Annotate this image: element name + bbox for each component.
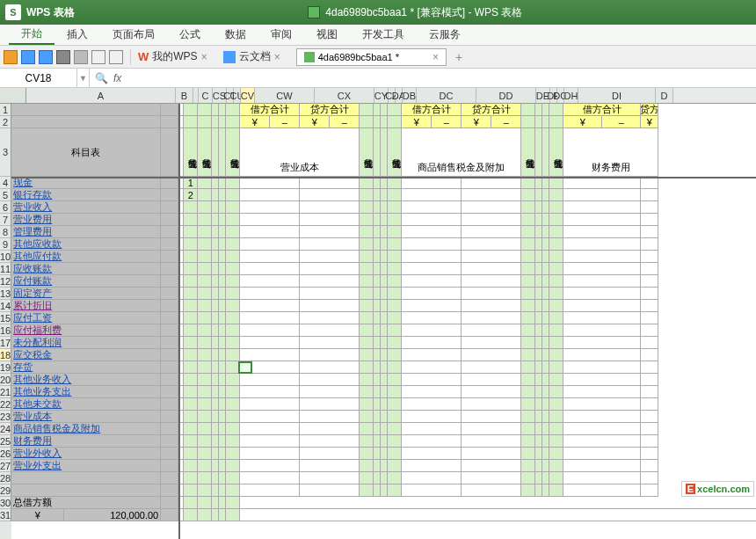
name-box-dropdown[interactable]: ▼ — [77, 69, 90, 87]
account-23[interactable]: 营业成本 — [11, 411, 161, 423]
account-21[interactable]: 其他业务支出 — [11, 386, 161, 398]
col-header-DC[interactable]: DC — [417, 88, 476, 103]
cloud-close[interactable]: × — [274, 51, 280, 63]
row-header-30[interactable]: 30 — [0, 497, 11, 509]
spreadsheet-grid[interactable]: ABCCSCTCUCVCWCXCYCZDADBDCDDDEDFDGDHDID 1… — [0, 88, 756, 539]
menu-tab-cloud[interactable]: 云服务 — [417, 25, 473, 45]
row-header-3[interactable]: 3 — [0, 128, 11, 177]
row-header-24[interactable]: 24 — [0, 423, 11, 435]
row-header-10[interactable]: 10 — [0, 251, 11, 263]
row-header-2[interactable]: 2 — [0, 116, 11, 128]
row-header-17[interactable]: 17 — [0, 337, 11, 349]
row-header-9[interactable]: 9 — [0, 238, 11, 251]
account-26[interactable]: 营业外收入 — [11, 448, 161, 460]
col-header-D[interactable]: D — [656, 88, 673, 103]
row-header-14[interactable]: 14 — [0, 300, 11, 312]
fx-icon[interactable]: fx — [113, 72, 121, 84]
row-header-7[interactable]: 7 — [0, 214, 11, 226]
row-header-26[interactable]: 26 — [0, 448, 11, 460]
col-header-B[interactable]: B — [176, 88, 193, 103]
redo-icon[interactable] — [109, 50, 123, 64]
undo-icon[interactable] — [91, 50, 105, 64]
open-icon[interactable] — [4, 50, 18, 64]
amount-yen[interactable]: ¥ — [11, 509, 64, 521]
cell-a1[interactable] — [11, 104, 161, 116]
row-header-1[interactable]: 1 — [0, 104, 11, 116]
debit-header-3[interactable]: 借方合计 — [563, 104, 641, 116]
row-header-11[interactable]: 11 — [0, 263, 11, 275]
debit-header-2[interactable]: 借方合计 — [402, 104, 462, 116]
account-24[interactable]: 商品销售税金及附加 — [11, 423, 161, 435]
row-header-23[interactable]: 23 — [0, 411, 11, 423]
row-header-20[interactable]: 20 — [0, 374, 11, 386]
my-wps-link[interactable]: 我的WPS — [152, 49, 197, 64]
account-15[interactable]: 应付工资 — [11, 312, 161, 324]
row-header-18[interactable]: 18 — [0, 349, 11, 361]
menu-tab-insert[interactable]: 插入 — [55, 25, 100, 45]
save-icon[interactable] — [21, 50, 35, 64]
debit-header-1[interactable]: 借方合计 — [240, 104, 300, 116]
account-5[interactable]: 银行存款 — [11, 189, 161, 201]
account-6[interactable]: 营业收入 — [11, 201, 161, 214]
account-19[interactable]: 存货 — [11, 361, 161, 374]
account-27[interactable]: 营业外支出 — [11, 460, 161, 472]
row-header-21[interactable]: 21 — [0, 386, 11, 398]
col-header-CV[interactable]: CV — [241, 88, 255, 103]
row-header-22[interactable]: 22 — [0, 398, 11, 411]
account-14[interactable]: 累计折旧 — [11, 300, 161, 312]
account-7[interactable]: 营业费用 — [11, 214, 161, 226]
col-header-A[interactable]: A — [26, 88, 176, 103]
col-header-DH[interactable]: DH — [564, 88, 578, 103]
select-all-corner[interactable] — [0, 88, 26, 103]
account-25[interactable]: 财务费用 — [11, 435, 161, 448]
menu-tab-review[interactable]: 审阅 — [258, 25, 304, 45]
name-box[interactable]: CV18 — [0, 69, 77, 87]
section-1[interactable]: 营业成本 — [240, 128, 360, 177]
save-as-icon[interactable] — [39, 50, 53, 64]
col-header-DA[interactable]: DA — [396, 88, 403, 103]
document-tab[interactable]: 4da6989bc5baa1 * × — [296, 48, 447, 66]
row-header-25[interactable]: 25 — [0, 435, 11, 448]
col-header-CU[interactable]: CU — [234, 88, 241, 103]
row-header-6[interactable]: 6 — [0, 201, 11, 214]
section-3[interactable]: 财务费用 — [563, 128, 658, 177]
col-header-DB[interactable]: DB — [403, 88, 417, 103]
row-header-19[interactable]: 19 — [0, 361, 11, 374]
account-12[interactable]: 应付账款 — [11, 275, 161, 288]
col-header-CX[interactable]: CX — [315, 88, 374, 103]
row-header-29[interactable]: 29 — [0, 484, 11, 497]
menu-tab-layout[interactable]: 页面布局 — [100, 25, 167, 45]
preview-icon[interactable] — [74, 50, 88, 64]
new-tab-button[interactable]: + — [455, 50, 462, 64]
account-11[interactable]: 应收账款 — [11, 263, 161, 275]
account-13[interactable]: 固定资产 — [11, 288, 161, 300]
credit-header-1[interactable]: 贷方合计 — [300, 104, 360, 116]
row-header-27[interactable]: 27 — [0, 460, 11, 472]
credit-header-2[interactable]: 贷方合计 — [462, 104, 521, 116]
col-header-DD[interactable]: DD — [476, 88, 536, 103]
subject-header[interactable]: 科目表 — [11, 128, 161, 177]
account-17[interactable]: 未分配利润 — [11, 337, 161, 349]
row-header-31[interactable]: 31 — [0, 509, 11, 521]
menu-tab-view[interactable]: 视图 — [304, 25, 350, 45]
account-18[interactable]: 应交税金 — [11, 349, 161, 361]
doc-tab-close[interactable]: × — [433, 51, 439, 63]
account-22[interactable]: 其他未交款 — [11, 398, 161, 411]
row-header-8[interactable]: 8 — [0, 226, 11, 238]
menu-tab-formula[interactable]: 公式 — [167, 25, 213, 45]
section-2[interactable]: 商品销售税金及附加 — [402, 128, 521, 177]
amount-value[interactable]: 120,000.00 — [64, 509, 161, 521]
print-icon[interactable] — [56, 50, 70, 64]
cloud-doc-link[interactable]: 云文档 — [239, 49, 271, 64]
row-header-5[interactable]: 5 — [0, 189, 11, 201]
row-header-4[interactable]: 4 — [0, 177, 11, 189]
cells-area[interactable]: 借方合计贷方合计借方合计贷方合计借方合计贷方¥–¥–¥–¥–¥–¥科目表凭证编号… — [11, 104, 756, 539]
row-header-16[interactable]: 16 — [0, 324, 11, 337]
row-header-15[interactable]: 15 — [0, 312, 11, 324]
account-16[interactable]: 应付福利费 — [11, 324, 161, 337]
col-header-CW[interactable]: CW — [255, 88, 315, 103]
col-header-DI[interactable]: DI — [578, 88, 656, 103]
menu-tab-data[interactable]: 数据 — [213, 25, 258, 45]
total-debit-label[interactable]: 总借方额 — [11, 497, 161, 509]
account-9[interactable]: 其他应收款 — [11, 238, 161, 251]
